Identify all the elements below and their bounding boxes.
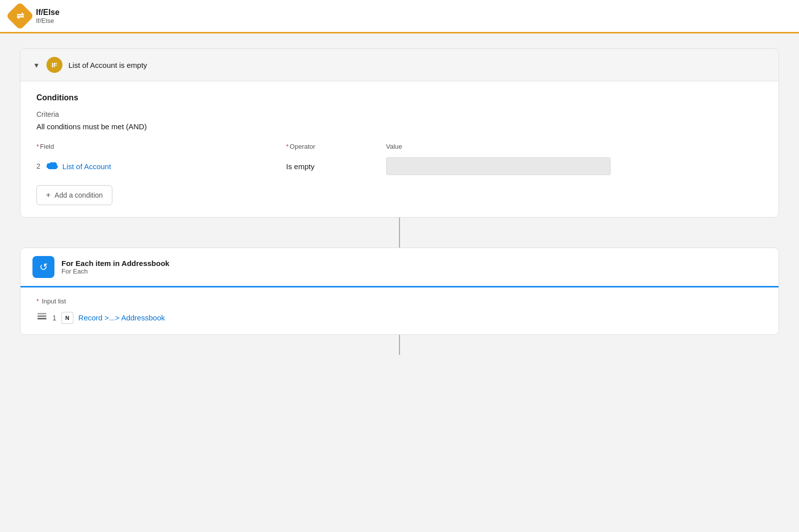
field-row-number: 2 (36, 162, 40, 170)
plus-icon: + (46, 191, 50, 200)
for-each-body: * Input list 1 N Record >...> Address (20, 286, 779, 334)
for-each-title: For Each item in Addressbook (61, 259, 169, 267)
value-input (386, 157, 611, 175)
svg-rect-0 (37, 318, 46, 319)
app-title-block: If/Else If/Else (36, 8, 59, 24)
app-title: If/Else (36, 8, 59, 17)
criteria-label: Criteria (36, 110, 763, 118)
input-list-link[interactable]: Record >...> Addressbook (78, 313, 165, 322)
operator-column-header: *Operator (286, 143, 386, 153)
collapse-button[interactable]: ▾ (32, 58, 40, 72)
refresh-icon: ↺ (39, 261, 48, 273)
condition-headers: *Field *Operator Value (36, 143, 763, 153)
app-subtitle: If/Else (36, 17, 59, 24)
field-column-header: *Field (36, 143, 286, 153)
conditions-section-title: Conditions (36, 93, 763, 102)
for-each-header: ↺ For Each item in Addressbook For Each (20, 248, 779, 286)
app-icon-symbol: ⇌ (16, 11, 24, 20)
if-else-card: ▾ IF List of Account is empty Conditions… (20, 48, 779, 218)
main-content: ▾ IF List of Account is empty Conditions… (0, 33, 799, 370)
value-column-header: Value (386, 143, 763, 153)
input-list-required-star: * (36, 297, 39, 305)
app-icon: ⇌ (6, 2, 34, 30)
field-required-star: * (36, 143, 39, 150)
for-each-icon: ↺ (32, 256, 54, 278)
chevron-down-icon: ▾ (34, 61, 38, 69)
field-link[interactable]: List of Account (62, 162, 111, 171)
card-header-title: List of Account is empty (68, 61, 147, 69)
condition-row: 2 List of Account Is empty (36, 157, 763, 175)
for-each-subtitle: For Each (61, 267, 169, 275)
app-header: ⇌ If/Else If/Else (0, 0, 799, 33)
input-list-row: 1 N Record >...> Addressbook (36, 311, 763, 324)
card-body: Conditions Criteria All conditions must … (20, 81, 779, 217)
criteria-value: All conditions must be met (AND) (36, 122, 763, 131)
for-each-card: ↺ For Each item in Addressbook For Each … (20, 248, 779, 335)
for-each-title-block: For Each item in Addressbook For Each (61, 259, 169, 275)
value-cell (386, 157, 763, 175)
notion-icon: N (61, 312, 73, 324)
field-cell: 2 List of Account (36, 160, 286, 172)
add-condition-button[interactable]: + Add a condition (36, 185, 112, 205)
add-condition-label: Add a condition (54, 191, 103, 199)
salesforce-icon (46, 160, 58, 172)
vertical-line (399, 218, 400, 248)
operator-cell: Is empty (286, 162, 386, 171)
stack-icon (36, 311, 47, 324)
bottom-connector (20, 335, 779, 355)
connector-line-top (20, 218, 779, 248)
svg-rect-1 (37, 315, 46, 317)
svg-rect-2 (37, 313, 46, 314)
input-item-number: 1 (52, 314, 56, 322)
if-badge: IF (46, 57, 62, 73)
bottom-vertical-line (399, 335, 400, 355)
operator-required-star: * (286, 143, 289, 150)
card-header: ▾ IF List of Account is empty (20, 49, 779, 81)
input-list-label: * Input list (36, 297, 763, 305)
